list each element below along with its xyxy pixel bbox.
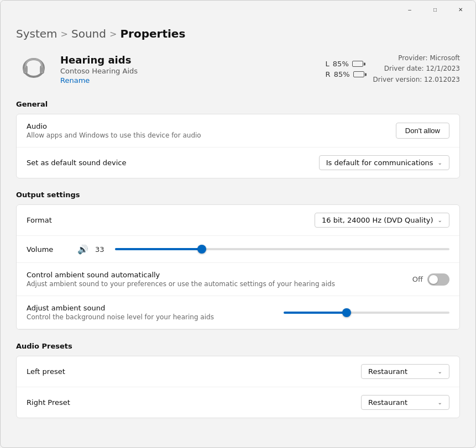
battery-row-right: R 85% xyxy=(326,70,364,78)
battery-left-pct: 85% xyxy=(333,60,349,68)
control-ambient-label: Control ambient sound automatically xyxy=(27,271,412,279)
left-preset-dropdown[interactable]: Restaurant ⌄ xyxy=(361,364,449,379)
right-preset-dropdown[interactable]: Restaurant ⌄ xyxy=(361,395,449,410)
breadcrumb-system[interactable]: System xyxy=(16,27,57,40)
format-value: 16 bit, 24000 Hz (DVD Quality) xyxy=(322,216,433,224)
control-ambient-toggle[interactable] xyxy=(427,273,449,286)
ambient-slider-fill xyxy=(284,312,347,314)
volume-label: Volume xyxy=(27,245,71,254)
control-ambient-toggle-wrapper: Off xyxy=(412,273,449,286)
breadcrumb-sep1: > xyxy=(61,29,68,39)
device-rename-link[interactable]: Rename xyxy=(60,76,304,85)
right-preset-row: Right Preset Restaurant ⌄ xyxy=(17,387,459,418)
svg-point-4 xyxy=(40,67,44,72)
adjust-ambient-info: Adjust ambient sound Control the backgro… xyxy=(27,304,268,321)
breadcrumb: System > Sound > Properties xyxy=(16,27,460,40)
control-ambient-row: Control ambient sound automatically Adju… xyxy=(17,263,459,296)
default-device-label: Set as default sound device xyxy=(27,159,319,167)
device-header: Hearing aids Contoso Hearing Aids Rename… xyxy=(16,51,460,87)
dont-allow-button[interactable]: Don't allow xyxy=(396,123,449,139)
format-dropdown[interactable]: 16 bit, 24000 Hz (DVD Quality) ⌄ xyxy=(315,213,449,228)
battery-info: L 85% R 85% xyxy=(326,60,364,78)
volume-slider-container[interactable] xyxy=(115,244,449,255)
audio-info: Audio Allow apps and Windows to use this… xyxy=(27,122,396,139)
format-label: Format xyxy=(27,216,52,224)
default-device-info: Set as default sound device xyxy=(27,159,319,167)
left-preset-row: Left preset Restaurant ⌄ xyxy=(17,356,459,387)
titlebar: – □ ✕ xyxy=(1,1,475,18)
left-preset-label: Left preset xyxy=(27,367,65,376)
close-button[interactable]: ✕ xyxy=(448,1,473,18)
audio-presets-card: Left preset Restaurant ⌄ Right Preset Re… xyxy=(16,356,460,418)
battery-left-icon xyxy=(352,61,363,67)
left-preset-chevron-icon: ⌄ xyxy=(438,368,442,375)
adjust-ambient-label: Adjust ambient sound xyxy=(27,304,268,312)
section-presets-title: Audio Presets xyxy=(16,342,460,350)
battery-right-pct: 85% xyxy=(334,70,350,78)
breadcrumb-sep2: > xyxy=(109,29,117,39)
adjust-ambient-row: Adjust ambient sound Control the backgro… xyxy=(17,296,459,329)
breadcrumb-current: Properties xyxy=(120,27,185,40)
ambient-slider-container[interactable] xyxy=(284,307,449,318)
device-info: Hearing aids Contoso Hearing Aids Rename xyxy=(60,54,304,85)
ambient-slider-track xyxy=(284,312,449,314)
device-icon xyxy=(16,51,51,87)
battery-right-icon xyxy=(353,71,364,77)
default-device-value: Is default for communications xyxy=(326,159,433,167)
right-preset-chevron-icon: ⌄ xyxy=(438,399,442,405)
main-content: System > Sound > Properties Hearing ai xyxy=(1,18,475,447)
driver-date: Driver date: 12/1/2023 xyxy=(373,64,460,74)
maximize-button[interactable]: □ xyxy=(422,1,448,18)
volume-icon: 🔊 xyxy=(77,244,88,255)
ambient-slider-thumb[interactable] xyxy=(342,308,351,317)
left-preset-value: Restaurant xyxy=(368,367,407,376)
volume-slider-fill xyxy=(115,248,202,250)
battery-row-left: L 85% xyxy=(326,60,364,68)
driver-version: Driver version: 12.012023 xyxy=(373,75,460,85)
default-device-dropdown[interactable]: Is default for communications ⌄ xyxy=(319,155,449,170)
general-card: Audio Allow apps and Windows to use this… xyxy=(16,114,460,178)
default-device-chevron-icon: ⌄ xyxy=(438,160,442,166)
volume-slider-track xyxy=(115,248,449,250)
right-preset-value: Restaurant xyxy=(368,398,407,407)
device-name: Hearing aids xyxy=(60,54,304,66)
breadcrumb-sound[interactable]: Sound xyxy=(71,27,106,40)
device-subname: Contoso Hearing Aids xyxy=(60,67,304,75)
audio-label: Audio xyxy=(27,122,396,130)
right-preset-label: Right Preset xyxy=(27,398,70,407)
volume-slider-thumb[interactable] xyxy=(197,245,206,254)
svg-point-3 xyxy=(23,67,28,72)
control-ambient-desc: Adjust ambient sound to your preferences… xyxy=(27,280,412,288)
battery-right-label: R xyxy=(326,70,331,78)
control-ambient-info: Control ambient sound automatically Adju… xyxy=(27,271,412,288)
output-settings-card: Format 16 bit, 24000 Hz (DVD Quality) ⌄ … xyxy=(16,204,460,330)
driver-info: Provider: Microsoft Driver date: 12/1/20… xyxy=(373,53,460,85)
format-chevron-icon: ⌄ xyxy=(438,217,442,223)
minimize-button[interactable]: – xyxy=(397,1,422,18)
section-general-title: General xyxy=(16,100,460,108)
battery-left-label: L xyxy=(326,60,329,68)
format-row: Format 16 bit, 24000 Hz (DVD Quality) ⌄ xyxy=(17,205,459,236)
volume-number: 33 xyxy=(95,245,108,254)
audio-row: Audio Allow apps and Windows to use this… xyxy=(17,114,459,147)
control-ambient-state: Off xyxy=(412,275,423,283)
default-device-row: Set as default sound device Is default f… xyxy=(17,147,459,178)
control-ambient-toggle-knob xyxy=(429,275,438,284)
driver-provider: Provider: Microsoft xyxy=(373,53,460,64)
volume-row: Volume 🔊 33 xyxy=(17,236,459,263)
audio-desc: Allow apps and Windows to use this devic… xyxy=(27,131,396,139)
adjust-ambient-desc: Control the background noise level for y… xyxy=(27,313,268,321)
section-output-title: Output settings xyxy=(16,191,460,199)
